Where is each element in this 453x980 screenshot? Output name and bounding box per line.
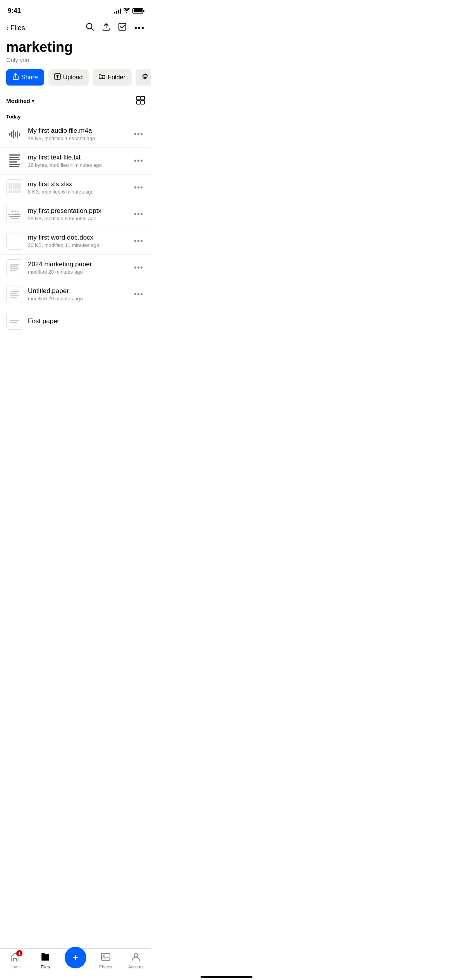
file-thumbnail-audio [6,126,23,143]
file-name: 2024 marketing.paper [28,260,128,268]
sort-button[interactable]: Modified ▾ [6,98,34,104]
text-file-icon [9,154,20,167]
folder-icon [99,73,105,82]
list-item[interactable]: First paper ••• [0,308,151,334]
back-chevron-icon: ‹ [6,24,9,33]
paper-icon [9,264,20,272]
file-thumbnail-text [6,152,23,170]
nav-bar: ‹ Files ••• [0,19,151,36]
file-meta: 20 KB, modified 11 minutes ago [28,242,128,248]
battery-icon [132,8,143,14]
share-label: Share [21,74,38,81]
svg-line-2 [91,28,93,31]
upload-icon[interactable] [102,22,110,33]
upload-btn-icon [54,73,61,82]
offline-button[interactable]: Offlin… [136,69,151,86]
paper-icon [9,319,20,324]
back-label: Files [10,24,25,32]
offline-icon [142,73,148,82]
list-item[interactable]: My first audio file.m4a 48 KB, modified … [0,121,151,148]
list-item[interactable]: my first word doc.docx 20 KB, modified 1… [0,228,151,255]
waveform-icon [9,129,20,140]
file-meta: 18 bytes, modified 4 minutes ago [28,162,128,168]
file-thumbnail-pptx: my first presentation [6,206,23,223]
file-more-button[interactable]: ••• [132,155,145,167]
upload-label: Upload [63,74,83,81]
sort-arrow-icon: ▾ [32,98,34,104]
svg-rect-3 [119,23,126,30]
file-meta: 8 KB, modified 6 minutes ago [28,189,128,195]
section-today: Today [0,110,151,121]
file-more-button[interactable]: ••• [132,262,145,274]
pptx-icon: my first presentation [7,206,23,223]
file-list: My first audio file.m4a 48 KB, modified … [0,121,151,334]
sort-bar: Modified ▾ [0,92,151,110]
share-button[interactable]: Share [6,69,44,86]
offline-label: Offlin… [151,74,151,81]
signal-icon [114,8,121,14]
svg-rect-6 [137,96,140,100]
grid-view-button[interactable] [136,96,145,106]
file-thumbnail-xlsx [6,179,23,196]
file-info: my first xls.xlsx 8 KB, modified 6 minut… [28,180,128,195]
sort-label-text: Modified [6,98,30,104]
svg-rect-9 [141,101,144,104]
paper-icon [9,290,20,299]
file-more-button[interactable]: ••• [132,235,145,247]
file-name: First paper [28,317,128,325]
svg-rect-8 [137,101,140,104]
file-meta: modified 29 minutes ago [28,296,128,302]
file-more-button[interactable]: ••• [132,128,145,140]
file-thumbnail-docx [6,233,23,250]
svg-rect-7 [141,96,144,100]
file-info: 2024 marketing.paper modified 28 minutes… [28,260,128,275]
file-info: my first text file.txt 18 bytes, modifie… [28,154,128,168]
file-thumbnail-paper2 [6,286,23,303]
action-buttons: Share Upload Folder [0,69,151,92]
upload-button[interactable]: Upload [48,69,89,86]
folder-label: Folder [108,74,125,81]
search-icon[interactable] [86,22,94,33]
page-subtitle: Only you [6,57,145,63]
file-name: my first presentation.pptx [28,207,128,215]
file-meta: 29 KB, modified 8 minutes ago [28,216,128,221]
file-info: My first audio file.m4a 48 KB, modified … [28,127,128,141]
file-info: my first presentation.pptx 29 KB, modifi… [28,207,128,221]
content-area: Today My first audio file.m4a 48 KB, mod… [0,110,151,369]
page-header: marketing Only you [0,36,151,69]
file-meta: modified 28 minutes ago [28,269,128,275]
wifi-icon [124,8,130,14]
list-item[interactable]: my first xls.xlsx 8 KB, modified 6 minut… [0,175,151,201]
file-name: My first audio file.m4a [28,127,128,135]
xlsx-icon [9,183,21,193]
select-icon[interactable] [118,22,127,33]
file-name: my first word doc.docx [28,234,128,242]
status-time: 9:41 [8,7,21,15]
file-thumbnail-paper [6,259,23,276]
list-item[interactable]: 2024 marketing.paper modified 28 minutes… [0,255,151,281]
status-icons [114,8,143,14]
file-name: my first text file.txt [28,154,128,161]
file-more-button[interactable]: ••• [132,288,145,300]
share-icon [12,73,19,82]
more-options-icon[interactable]: ••• [134,24,145,33]
nav-actions: ••• [86,22,145,33]
file-info: Untitled.paper modified 29 minutes ago [28,287,128,302]
nav-back[interactable]: ‹ Files [6,24,25,33]
page-title: marketing [6,39,145,55]
list-item[interactable]: my first presentation my first presentat… [0,201,151,228]
svg-point-0 [126,12,127,13]
file-meta: 48 KB, modified 1 second ago [28,135,128,141]
file-name: Untitled.paper [28,287,128,295]
file-info: my first word doc.docx 20 KB, modified 1… [28,234,128,248]
file-info: First paper [28,317,128,325]
file-more-button[interactable]: ••• [132,182,145,194]
folder-button[interactable]: Folder [93,69,131,86]
list-item[interactable]: Untitled.paper modified 29 minutes ago •… [0,281,151,308]
section-label: Today [6,114,21,120]
file-name: my first xls.xlsx [28,180,128,188]
file-more-button[interactable]: ••• [132,208,145,220]
file-thumbnail-paper3 [6,313,23,330]
list-item[interactable]: my first text file.txt 18 bytes, modifie… [0,148,151,175]
status-bar: 9:41 [0,0,151,19]
